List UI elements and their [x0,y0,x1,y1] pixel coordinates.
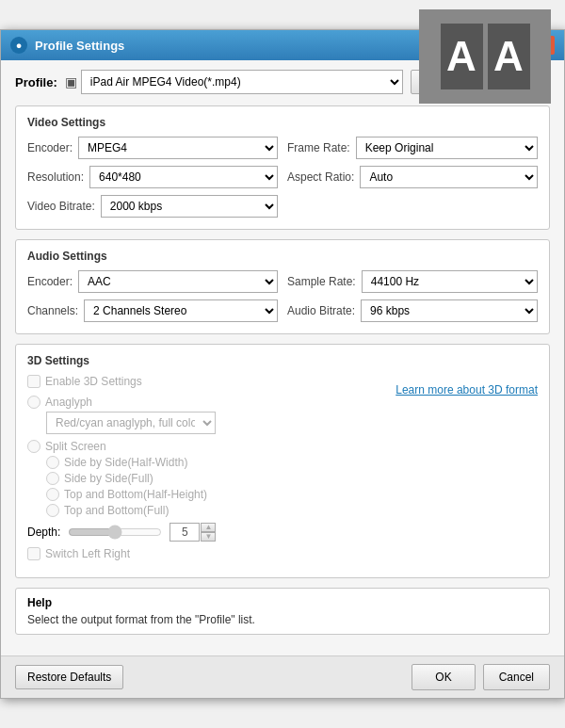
video-encoder-label: Encoder: [27,141,73,154]
anaglyph-label: Anaglyph [45,396,92,409]
top-bottom-half-label: Top and Bottom(Half-Height) [64,488,207,501]
learn-more-area: Learn more about 3D format [396,382,538,396]
audio-encoder-label: Encoder: [27,275,73,288]
depth-slider[interactable] [68,524,162,541]
depth-spin-up[interactable]: ▲ [201,523,216,532]
frame-rate-select[interactable]: Keep Original 30 25 [356,137,538,159]
preview-letters: A A [441,24,530,89]
aspect-ratio-row: Aspect Ratio: Auto 16:9 4:3 [287,166,538,188]
channels-row: Channels: 2 Channels Stereo 1 Channel Mo… [27,299,278,322]
depth-spin-buttons: ▲ ▼ [201,523,216,542]
audio-bitrate-label: Audio Bitrate: [287,304,355,317]
side-half-row: Side by Side(Half-Width) [46,456,384,469]
video-settings-section: Video Settings Encoder: MPEG4 H.264 H.26… [15,105,550,230]
preview-letter-2: A [488,24,530,89]
switch-left-right-row: Switch Left Right [27,547,384,560]
audio-bitrate-row: Audio Bitrate: 96 kbps 128 kbps 192 kbps [287,299,538,322]
channels-label: Channels: [27,304,78,317]
switch-left-right-checkbox[interactable] [27,547,40,560]
depth-spinbox: ▲ ▼ [170,523,216,542]
top-bottom-full-row: Top and Bottom(Full) [46,504,384,517]
split-screen-group: Split Screen Side by Side(Half-Width) Si… [27,440,384,517]
profile-icon: ▣ [65,74,77,89]
audio-encoder-select[interactable]: AAC MP3 AC3 [78,270,278,293]
cancel-button[interactable]: Cancel [483,664,550,690]
video-encoder-row: Encoder: MPEG4 H.264 H.265 [27,137,278,159]
anaglyph-radio-row: Anaglyph [27,396,384,409]
side-half-label: Side by Side(Half-Width) [64,456,187,469]
settings-3d-body: Enable 3D Settings Anaglyph Red/cyan ana… [27,375,538,568]
dialog-title: Profile Settings [35,39,124,53]
top-bottom-full-radio[interactable] [46,504,59,517]
switch-left-right-label: Switch Left Right [45,547,130,560]
footer: Restore Defaults OK Cancel [1,655,564,698]
settings-3d-controls: Enable 3D Settings Anaglyph Red/cyan ana… [27,375,384,568]
depth-label: Depth: [27,526,60,539]
depth-row: Depth: ▲ ▼ [27,523,384,542]
video-bitrate-select[interactable]: 2000 kbps 1000 kbps 500 kbps [101,195,278,218]
top-bottom-half-row: Top and Bottom(Half-Height) [46,488,384,501]
split-screen-radio[interactable] [27,440,40,453]
audio-encoder-row: Encoder: AAC MP3 AC3 [27,270,278,293]
anaglyph-dropdown[interactable]: Red/cyan anaglyph, full color [46,412,216,434]
settings-3d-title: 3D Settings [27,354,538,367]
title-bar-left: ● Profile Settings [10,37,124,54]
app-icon: ● [10,37,27,54]
3d-preview-box: A A [419,9,551,104]
audio-settings-grid: Encoder: AAC MP3 AC3 Sample Rate: 44100 … [27,270,538,322]
depth-spin-down[interactable]: ▼ [201,532,216,542]
sample-rate-row: Sample Rate: 44100 Hz 22050 Hz 48000 Hz [287,270,538,293]
restore-defaults-button[interactable]: Restore Defaults [15,665,123,689]
dialog-content: Profile: ▣ iPad Air MPEG4 Video(*.mp4) S… [1,60,564,655]
audio-settings-title: Audio Settings [27,250,538,263]
ok-button[interactable]: OK [412,664,475,690]
side-full-label: Side by Side(Full) [64,472,153,485]
profile-settings-dialog: ● Profile Settings ✕ Profile: ▣ iPad Air… [0,29,565,699]
profile-select[interactable]: iPad Air MPEG4 Video(*.mp4) [81,70,403,94]
video-bitrate-row: Video Bitrate: 2000 kbps 1000 kbps 500 k… [27,195,278,218]
video-encoder-select[interactable]: MPEG4 H.264 H.265 [78,137,278,159]
audio-settings-section: Audio Settings Encoder: AAC MP3 AC3 Samp… [15,239,550,334]
frame-rate-label: Frame Rate: [287,141,350,154]
side-full-radio[interactable] [46,472,59,485]
preview-letter-1: A [441,24,483,89]
learn-more-link[interactable]: Learn more about 3D format [396,383,538,396]
frame-rate-row: Frame Rate: Keep Original 30 25 [287,137,538,159]
sample-rate-select[interactable]: 44100 Hz 22050 Hz 48000 Hz [362,270,538,293]
enable-3d-label: Enable 3D Settings [45,375,142,388]
video-bitrate-label: Video Bitrate: [27,200,95,213]
resolution-select[interactable]: 640*480 1280*720 1920*1080 [89,166,278,188]
depth-value-input[interactable] [170,523,200,542]
anaglyph-dropdown-wrap: Red/cyan anaglyph, full color [46,412,384,434]
video-settings-title: Video Settings [27,116,538,129]
resolution-label: Resolution: [27,170,84,184]
profile-select-wrap: ▣ iPad Air MPEG4 Video(*.mp4) [65,70,403,94]
split-screen-radio-row: Split Screen [27,440,384,453]
aspect-ratio-select[interactable]: Auto 16:9 4:3 [360,166,538,188]
help-section: Help Select the output format from the "… [15,588,550,635]
help-text: Select the output format from the "Profi… [27,613,538,626]
anaglyph-group: Anaglyph Red/cyan anaglyph, full color [27,396,384,434]
sample-rate-label: Sample Rate: [287,275,356,288]
channels-select[interactable]: 2 Channels Stereo 1 Channel Mono [84,299,278,322]
audio-bitrate-select[interactable]: 96 kbps 128 kbps 192 kbps [361,299,538,322]
side-full-row: Side by Side(Full) [46,472,384,485]
video-settings-grid: Encoder: MPEG4 H.264 H.265 Frame Rate: K… [27,137,538,218]
aspect-ratio-label: Aspect Ratio: [287,170,354,184]
top-bottom-half-radio[interactable] [46,488,59,501]
settings-3d-section: 3D Settings Enable 3D Settings Anaglyph [15,344,550,578]
enable-3d-row: Enable 3D Settings [27,375,384,388]
footer-right: OK Cancel [412,664,550,690]
preview-area: A A Learn more about 3D format [396,375,538,568]
enable-3d-checkbox[interactable] [27,375,40,388]
top-bottom-full-label: Top and Bottom(Full) [64,504,169,517]
side-half-radio[interactable] [46,456,59,469]
help-title: Help [27,596,538,609]
profile-label: Profile: [15,75,57,89]
resolution-row: Resolution: 640*480 1280*720 1920*1080 [27,166,278,188]
split-screen-label: Split Screen [45,440,106,453]
anaglyph-radio[interactable] [27,396,40,409]
